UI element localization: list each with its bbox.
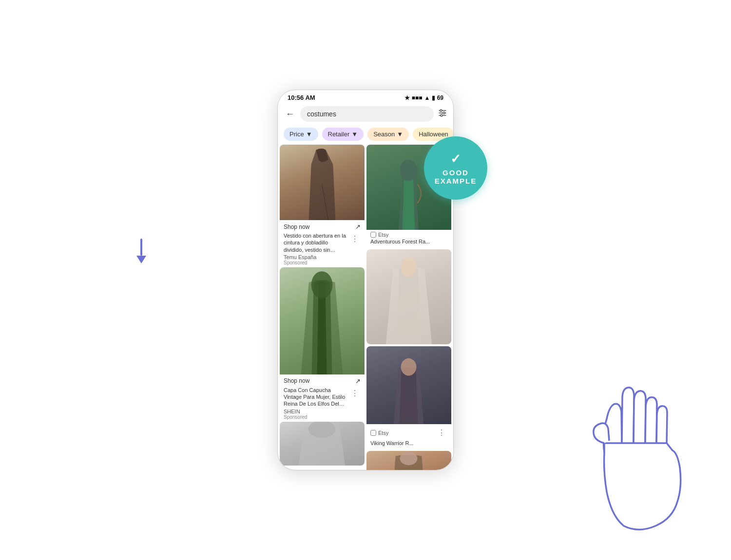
battery-icon: ▮ 69 (432, 94, 443, 101)
product-seller: Temu España (284, 254, 349, 260)
content-area: Shop now ↗ Vestido con abertura en la ci… (278, 145, 453, 470)
phone-frame: 10:56 AM ★ ■■■ ▲ ▮ 69 ← (278, 90, 453, 470)
retailer-label: Retailer (328, 131, 350, 138)
list-item: Shop now ↗ Capa Con Capucha Vintage Para… (280, 267, 365, 420)
arrow-head (136, 256, 146, 263)
etsy-seller: Etsy (378, 232, 388, 238)
product-image-hooded (280, 422, 365, 466)
search-input[interactable] (300, 106, 434, 122)
product-image-queen (366, 451, 451, 470)
filter-chip-retailer[interactable]: Retailer ▼ (322, 128, 364, 141)
status-bar: 10:56 AM ★ ■■■ ▲ ▮ 69 (278, 90, 453, 103)
scroll-arrow-indicator (136, 239, 146, 263)
price-chevron-icon: ▼ (306, 131, 312, 138)
season-chevron-icon: ▼ (397, 131, 403, 138)
etsy-seller-viking: Etsy (378, 430, 388, 436)
list-item: Shop now ↗ Vestido con abertura en la ci… (280, 145, 365, 265)
svg-point-7 (311, 271, 333, 299)
scene: 10:56 AM ★ ■■■ ▲ ▮ 69 ← (0, 0, 731, 560)
good-example-badge: ✓ GOOD EXAMPLE (424, 136, 487, 200)
good-label: GOOD (442, 168, 469, 177)
shop-now-label: Shop now (284, 224, 309, 230)
svg-point-10 (400, 160, 418, 181)
checkmark-icon: ✓ (450, 151, 462, 167)
external-link-icon-2: ↗ (355, 377, 361, 385)
wifi-icon: ▲ (424, 94, 430, 101)
arrow-shaft (140, 239, 142, 256)
more-options-button[interactable]: ⋮ (349, 232, 361, 245)
external-link-icon: ↗ (355, 223, 361, 230)
product-image-dark-dress (280, 145, 365, 220)
product-seller-2: SHEIN (284, 409, 349, 414)
signal-icon: ■■■ (412, 94, 423, 101)
list-item (366, 451, 451, 470)
shop-now-row-2: Shop now ↗ (280, 374, 365, 387)
bluetooth-icon: ★ (404, 94, 410, 101)
list-item (280, 422, 365, 466)
time-display: 10:56 AM (288, 94, 315, 101)
etsy-icon-viking (370, 430, 376, 436)
filter-chip-season[interactable]: Season ▼ (367, 128, 409, 141)
filter-chips-row: Price ▼ Retailer ▼ Season ▼ Halloween (278, 125, 453, 145)
back-button[interactable]: ← (284, 107, 296, 121)
svg-point-3 (440, 110, 442, 112)
price-label: Price (289, 131, 304, 138)
svg-point-11 (401, 257, 417, 277)
filter-chip-price[interactable]: Price ▼ (284, 128, 318, 141)
sponsored-label: Sponsored (284, 260, 349, 265)
etsy-info-row-viking: Etsy ⋮ (366, 424, 451, 440)
season-label: Season (373, 131, 395, 138)
etsy-info-row: Etsy (366, 230, 451, 239)
product-title-archer: Adventurous Forest Ra... (366, 239, 451, 247)
product-grid: Shop now ↗ Vestido con abertura en la ci… (278, 145, 453, 470)
more-options-viking[interactable]: ⋮ (436, 426, 447, 439)
product-title: Vestido con abertura en la cintura y dob… (284, 232, 349, 253)
product-title-viking: Viking Warrior R... (366, 440, 451, 449)
shop-now-row: Shop now ↗ (280, 220, 365, 232)
etsy-icon (370, 232, 376, 238)
filter-settings-button[interactable] (438, 108, 447, 120)
product-title-2: Capa Con Capucha Vintage Para Mujer, Est… (284, 387, 349, 408)
svg-point-13 (401, 358, 417, 376)
search-area: ← (278, 103, 453, 125)
example-label: EXAMPLE (435, 177, 477, 185)
sponsored-label-2: Sponsored (284, 414, 349, 420)
halloween-label: Halloween (419, 131, 448, 138)
list-item (366, 249, 451, 344)
product-image-green-cape (280, 267, 365, 374)
svg-point-4 (443, 112, 445, 114)
left-column: Shop now ↗ Vestido con abertura en la ci… (280, 145, 365, 470)
svg-point-15 (400, 452, 418, 466)
product-image-viking (366, 346, 451, 424)
status-icons: ★ ■■■ ▲ ▮ 69 (404, 94, 443, 101)
more-options-button-2[interactable]: ⋮ (349, 387, 361, 400)
hand-cursor (575, 365, 702, 531)
list-item: Etsy ⋮ Viking Warrior R... (366, 346, 451, 449)
retailer-chevron-icon: ▼ (351, 131, 358, 138)
product-image-white-robe (366, 249, 451, 344)
shop-now-label-2: Shop now (284, 377, 309, 384)
svg-point-5 (441, 114, 442, 116)
